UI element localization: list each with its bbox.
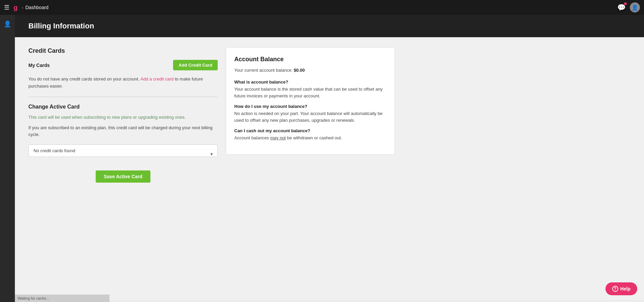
help-button[interactable]: ? Help bbox=[605, 282, 637, 295]
credit-cards-title: Credit Cards bbox=[28, 47, 218, 54]
divider bbox=[28, 97, 218, 97]
faq-answer-1: Your account balance is the stored cash … bbox=[234, 86, 386, 99]
faq-item-2: How do I use my account balance? No acti… bbox=[234, 104, 386, 123]
no-cards-text: You do not have any credit cards stored … bbox=[28, 76, 218, 90]
hamburger-menu[interactable]: ☰ bbox=[4, 4, 9, 11]
nav-logo: g bbox=[14, 4, 18, 11]
save-active-card-button[interactable]: Save Active Card bbox=[96, 170, 150, 183]
breadcrumb-current: Dashboard bbox=[25, 5, 49, 10]
left-sidebar: 👤 bbox=[0, 15, 15, 302]
add-credit-card-button[interactable]: Add Credit Card bbox=[173, 60, 218, 70]
breadcrumb-separator: › bbox=[22, 5, 23, 10]
current-balance: Your current account balance: $0.00 bbox=[234, 68, 386, 73]
chat-icon[interactable]: 💬 bbox=[617, 3, 626, 11]
my-cards-header: My Cards Add Credit Card bbox=[28, 60, 218, 70]
change-card-desc: This card will be used when subscribing … bbox=[28, 114, 218, 121]
faq-question-1: What is account balance? bbox=[234, 79, 386, 85]
faq-item-3: Can I cash out my account balance? Accou… bbox=[234, 128, 386, 141]
help-label: Help bbox=[620, 286, 630, 292]
faq-answer-2: No action is needed on your part. Your a… bbox=[234, 110, 386, 123]
card-dropdown-wrapper: No credit cards found ▼ bbox=[28, 144, 218, 164]
page-header: Billing Information bbox=[15, 15, 644, 37]
balance-value: $0.00 bbox=[294, 68, 305, 73]
faq-item-1: What is account balance? Your account ba… bbox=[234, 79, 386, 99]
change-card-desc2: If you are subscribed to an existing pla… bbox=[28, 124, 218, 138]
faq-question-3: Can I cash out my account balance? bbox=[234, 128, 386, 133]
account-balance-title: Account Balance bbox=[234, 56, 386, 63]
change-active-card-title: Change Active Card bbox=[28, 104, 218, 110]
add-credit-card-link[interactable]: Add a credit card bbox=[140, 76, 173, 82]
chat-badge bbox=[624, 2, 627, 5]
sidebar-users-icon[interactable]: 👤 bbox=[4, 20, 11, 28]
nav-right-actions: 💬 👤 bbox=[617, 2, 640, 13]
card-dropdown[interactable]: No credit cards found bbox=[28, 144, 218, 157]
right-panel: Account Balance Your current account bal… bbox=[226, 47, 395, 155]
main-content: Credit Cards My Cards Add Credit Card Yo… bbox=[15, 37, 644, 301]
loading-bar: Waiting for cache... bbox=[15, 295, 110, 302]
avatar[interactable]: 👤 bbox=[630, 2, 640, 13]
faq-answer-3: Account balances may not be withdrawn or… bbox=[234, 135, 386, 141]
faq-question-2: How do I use my account balance? bbox=[234, 104, 386, 109]
help-circle-icon: ? bbox=[612, 286, 618, 292]
page-title: Billing Information bbox=[28, 22, 630, 30]
left-panel: Credit Cards My Cards Add Credit Card Yo… bbox=[28, 47, 218, 291]
top-navigation: ☰ g › Dashboard 💬 👤 bbox=[0, 0, 644, 15]
my-cards-label: My Cards bbox=[28, 63, 50, 68]
